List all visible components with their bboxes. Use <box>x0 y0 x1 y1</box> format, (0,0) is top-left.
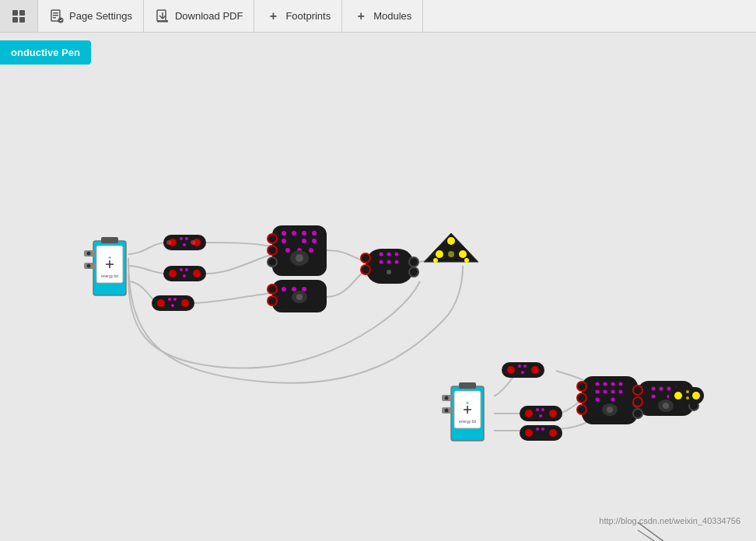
svg-point-65 <box>268 296 277 305</box>
svg-point-31 <box>183 243 186 246</box>
svg-point-149 <box>674 392 682 400</box>
svg-point-81 <box>447 237 455 245</box>
svg-point-114 <box>541 428 544 431</box>
svg-text:+: + <box>466 400 469 406</box>
svg-point-142 <box>667 387 671 391</box>
view-button[interactable] <box>0 0 38 32</box>
svg-point-62 <box>292 287 296 291</box>
svg-point-47 <box>302 231 306 236</box>
svg-point-83 <box>459 250 467 258</box>
svg-point-52 <box>285 248 290 253</box>
svg-rect-1 <box>19 10 25 16</box>
svg-point-49 <box>282 239 286 243</box>
svg-point-71 <box>409 257 418 267</box>
svg-point-151 <box>686 390 689 393</box>
svg-point-43 <box>171 304 174 307</box>
svg-point-39 <box>157 299 165 307</box>
svg-point-122 <box>604 382 607 386</box>
svg-point-48 <box>312 231 317 236</box>
page-settings-label: Page Settings <box>69 10 132 22</box>
svg-point-36 <box>185 268 188 271</box>
svg-point-78 <box>395 260 399 264</box>
svg-point-86 <box>464 258 469 263</box>
svg-point-147 <box>663 403 669 409</box>
svg-point-112 <box>549 429 557 437</box>
svg-point-152 <box>686 396 689 400</box>
modules-label: Modules <box>373 10 411 22</box>
svg-point-35 <box>180 268 183 271</box>
toolbar: Page Settings Download PDF + Footprints … <box>0 0 756 33</box>
svg-point-101 <box>518 365 521 368</box>
svg-point-121 <box>596 382 600 386</box>
svg-rect-7 <box>53 17 56 19</box>
svg-point-136 <box>633 397 642 407</box>
footprints-plus-icon: + <box>265 9 281 24</box>
svg-point-128 <box>619 390 623 394</box>
svg-point-28 <box>191 240 195 245</box>
svg-rect-9 <box>157 10 166 21</box>
canvas-area[interactable]: onductive Pen <box>0 33 756 541</box>
svg-line-12 <box>638 530 661 541</box>
svg-point-116 <box>577 382 586 391</box>
svg-point-55 <box>268 234 277 243</box>
svg-point-141 <box>660 387 663 391</box>
svg-point-118 <box>577 405 586 414</box>
svg-point-123 <box>611 382 615 386</box>
svg-point-126 <box>604 390 607 394</box>
svg-point-105 <box>525 410 533 417</box>
svg-rect-2 <box>12 17 18 23</box>
svg-point-51 <box>312 239 317 243</box>
svg-point-144 <box>652 395 656 399</box>
pdf-icon <box>155 9 170 24</box>
svg-point-73 <box>380 253 383 257</box>
svg-point-127 <box>611 390 615 394</box>
svg-rect-88 <box>459 382 476 389</box>
svg-point-113 <box>536 428 539 431</box>
svg-point-64 <box>268 284 277 294</box>
svg-point-103 <box>521 371 524 374</box>
svg-point-30 <box>185 237 188 240</box>
footprints-button[interactable]: + Footprints <box>254 0 342 32</box>
svg-point-63 <box>302 287 306 291</box>
svg-point-140 <box>652 387 656 391</box>
svg-point-99 <box>507 366 515 374</box>
svg-point-27 <box>166 240 171 245</box>
svg-rect-3 <box>19 17 25 23</box>
svg-text:energy:bit: energy:bit <box>459 419 477 424</box>
watermark-text: http://blog.csdn.net/weixin_40334756 <box>599 516 740 525</box>
view-icon <box>11 9 26 24</box>
svg-point-117 <box>577 393 586 403</box>
svg-point-41 <box>168 298 171 301</box>
modules-plus-icon: + <box>353 9 369 24</box>
svg-point-102 <box>523 365 527 368</box>
svg-point-97 <box>445 409 449 413</box>
svg-point-82 <box>436 250 443 258</box>
svg-point-42 <box>173 298 177 301</box>
svg-point-45 <box>282 231 286 236</box>
page-settings-button[interactable]: Page Settings <box>38 0 144 32</box>
svg-point-59 <box>296 254 303 262</box>
svg-point-57 <box>268 257 277 267</box>
svg-point-70 <box>361 265 370 274</box>
watermark: http://blog.csdn.net/weixin_40334756 <box>599 516 740 525</box>
page-settings-icon <box>49 9 65 24</box>
footprints-label: Footprints <box>285 10 331 22</box>
circuit-diagram: + energy:bit <box>0 33 756 541</box>
svg-point-46 <box>292 231 296 236</box>
svg-point-125 <box>596 390 600 394</box>
svg-point-37 <box>183 274 186 277</box>
svg-point-100 <box>531 366 539 374</box>
download-pdf-button[interactable]: Download PDF <box>144 0 254 32</box>
svg-point-29 <box>180 237 183 240</box>
svg-point-150 <box>692 392 700 400</box>
modules-button[interactable]: + Modules <box>342 0 423 32</box>
svg-point-75 <box>395 253 399 257</box>
svg-point-130 <box>611 398 615 402</box>
download-pdf-label: Download PDF <box>175 10 243 22</box>
svg-rect-5 <box>53 12 58 14</box>
svg-point-40 <box>181 299 189 307</box>
svg-point-72 <box>409 267 418 277</box>
svg-point-74 <box>387 253 391 257</box>
svg-point-124 <box>619 382 623 386</box>
svg-point-34 <box>193 270 201 277</box>
